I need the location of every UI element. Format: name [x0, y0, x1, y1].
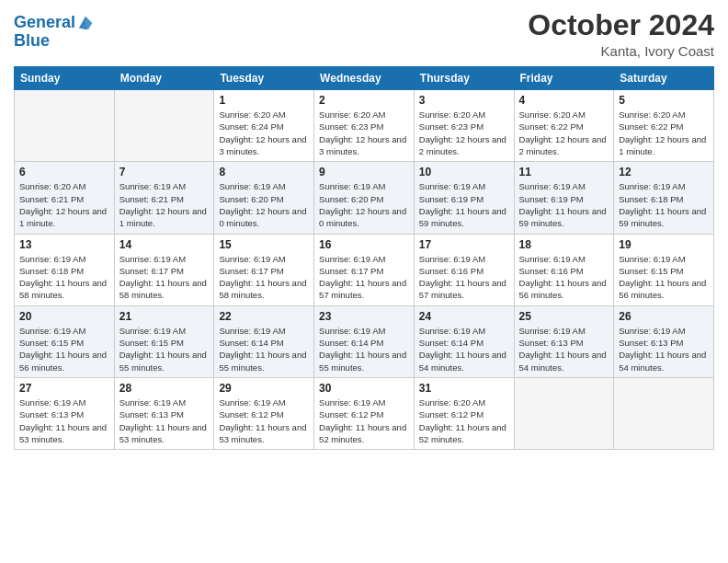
- day-info: Sunrise: 6:19 AM Sunset: 6:13 PM Dayligh…: [119, 396, 210, 445]
- title-block: October 2024 Kanta, Ivory Coast: [528, 9, 714, 59]
- day-info: Sunrise: 6:19 AM Sunset: 6:16 PM Dayligh…: [519, 253, 609, 302]
- calendar-cell: 7Sunrise: 6:19 AM Sunset: 6:21 PM Daylig…: [114, 162, 214, 234]
- day-info: Sunrise: 6:19 AM Sunset: 6:14 PM Dayligh…: [419, 325, 509, 373]
- calendar-header-thursday: Thursday: [414, 67, 514, 90]
- day-number: 24: [419, 310, 509, 323]
- calendar-cell: 19Sunrise: 6:19 AM Sunset: 6:15 PM Dayli…: [614, 234, 714, 305]
- logo: General Blue: [14, 14, 94, 51]
- calendar-cell: 3Sunrise: 6:20 AM Sunset: 6:23 PM Daylig…: [414, 90, 514, 162]
- day-info: Sunrise: 6:19 AM Sunset: 6:20 PM Dayligh…: [219, 180, 309, 229]
- calendar-cell: 13Sunrise: 6:19 AM Sunset: 6:18 PM Dayli…: [15, 234, 115, 305]
- day-info: Sunrise: 6:19 AM Sunset: 6:19 PM Dayligh…: [519, 180, 609, 229]
- day-number: 23: [319, 310, 409, 323]
- day-info: Sunrise: 6:20 AM Sunset: 6:23 PM Dayligh…: [419, 109, 509, 157]
- calendar-cell: 20Sunrise: 6:19 AM Sunset: 6:15 PM Dayli…: [15, 305, 115, 377]
- logo-line2: Blue: [14, 32, 94, 51]
- day-number: 3: [419, 94, 509, 107]
- day-number: 5: [619, 94, 709, 107]
- day-info: Sunrise: 6:19 AM Sunset: 6:12 PM Dayligh…: [319, 396, 409, 445]
- day-number: 13: [19, 238, 109, 251]
- calendar-cell: 18Sunrise: 6:19 AM Sunset: 6:16 PM Dayli…: [514, 234, 614, 305]
- calendar-cell: 25Sunrise: 6:19 AM Sunset: 6:13 PM Dayli…: [514, 305, 614, 377]
- day-info: Sunrise: 6:20 AM Sunset: 6:21 PM Dayligh…: [19, 180, 109, 229]
- day-number: 17: [419, 238, 509, 251]
- calendar-cell: 30Sunrise: 6:19 AM Sunset: 6:12 PM Dayli…: [314, 377, 415, 449]
- calendar-cell: 2Sunrise: 6:20 AM Sunset: 6:23 PM Daylig…: [314, 90, 415, 162]
- day-info: Sunrise: 6:19 AM Sunset: 6:17 PM Dayligh…: [119, 253, 210, 302]
- calendar-cell: 6Sunrise: 6:20 AM Sunset: 6:21 PM Daylig…: [15, 162, 115, 234]
- calendar-week-row: 27Sunrise: 6:19 AM Sunset: 6:13 PM Dayli…: [15, 377, 714, 449]
- day-number: 28: [119, 382, 210, 395]
- page-header: General Blue October 2024 Kanta, Ivory C…: [14, 9, 714, 59]
- location: Kanta, Ivory Coast: [528, 43, 714, 59]
- calendar-header-saturday: Saturday: [614, 67, 714, 90]
- day-number: 22: [219, 310, 309, 323]
- day-number: 31: [419, 382, 509, 395]
- calendar-cell: 31Sunrise: 6:20 AM Sunset: 6:12 PM Dayli…: [414, 377, 514, 449]
- day-info: Sunrise: 6:20 AM Sunset: 6:24 PM Dayligh…: [219, 109, 309, 157]
- calendar-header-row: SundayMondayTuesdayWednesdayThursdayFrid…: [15, 67, 714, 90]
- month-title: October 2024: [528, 9, 714, 41]
- calendar-cell: 17Sunrise: 6:19 AM Sunset: 6:16 PM Dayli…: [414, 234, 514, 305]
- day-number: 11: [519, 166, 609, 178]
- calendar-cell: [15, 90, 115, 162]
- day-info: Sunrise: 6:19 AM Sunset: 6:18 PM Dayligh…: [19, 253, 109, 302]
- calendar-table: SundayMondayTuesdayWednesdayThursdayFrid…: [14, 66, 714, 450]
- calendar-page: General Blue October 2024 Kanta, Ivory C…: [0, 0, 728, 563]
- day-number: 6: [19, 166, 109, 178]
- calendar-cell: 28Sunrise: 6:19 AM Sunset: 6:13 PM Dayli…: [114, 377, 214, 449]
- calendar-cell: 29Sunrise: 6:19 AM Sunset: 6:12 PM Dayli…: [214, 377, 314, 449]
- day-number: 20: [19, 310, 109, 323]
- day-info: Sunrise: 6:19 AM Sunset: 6:13 PM Dayligh…: [619, 325, 709, 373]
- calendar-cell: [514, 377, 614, 449]
- calendar-cell: 8Sunrise: 6:19 AM Sunset: 6:20 PM Daylig…: [214, 162, 314, 234]
- day-number: 29: [219, 382, 309, 395]
- calendar-cell: 15Sunrise: 6:19 AM Sunset: 6:17 PM Dayli…: [214, 234, 314, 305]
- day-info: Sunrise: 6:19 AM Sunset: 6:17 PM Dayligh…: [219, 253, 309, 302]
- calendar-week-row: 1Sunrise: 6:20 AM Sunset: 6:24 PM Daylig…: [15, 90, 714, 162]
- day-info: Sunrise: 6:19 AM Sunset: 6:21 PM Dayligh…: [119, 180, 210, 229]
- day-info: Sunrise: 6:19 AM Sunset: 6:13 PM Dayligh…: [519, 325, 609, 373]
- logo-text: General: [14, 14, 75, 32]
- calendar-cell: 9Sunrise: 6:19 AM Sunset: 6:20 PM Daylig…: [314, 162, 415, 234]
- calendar-cell: 10Sunrise: 6:19 AM Sunset: 6:19 PM Dayli…: [414, 162, 514, 234]
- day-number: 27: [19, 382, 109, 395]
- day-number: 19: [619, 238, 709, 251]
- day-number: 30: [319, 382, 409, 395]
- calendar-week-row: 6Sunrise: 6:20 AM Sunset: 6:21 PM Daylig…: [15, 162, 714, 234]
- day-info: Sunrise: 6:19 AM Sunset: 6:13 PM Dayligh…: [19, 396, 109, 445]
- calendar-cell: 4Sunrise: 6:20 AM Sunset: 6:22 PM Daylig…: [514, 90, 614, 162]
- day-number: 21: [119, 310, 210, 323]
- calendar-cell: [114, 90, 214, 162]
- day-number: 1: [219, 94, 309, 107]
- day-number: 15: [219, 238, 309, 251]
- day-info: Sunrise: 6:19 AM Sunset: 6:15 PM Dayligh…: [619, 253, 709, 302]
- calendar-header-friday: Friday: [514, 67, 614, 90]
- day-number: 7: [119, 166, 210, 178]
- day-info: Sunrise: 6:19 AM Sunset: 6:14 PM Dayligh…: [319, 325, 409, 373]
- calendar-cell: 11Sunrise: 6:19 AM Sunset: 6:19 PM Dayli…: [514, 162, 614, 234]
- calendar-cell: 5Sunrise: 6:20 AM Sunset: 6:22 PM Daylig…: [614, 90, 714, 162]
- calendar-header-wednesday: Wednesday: [314, 67, 415, 90]
- calendar-cell: 12Sunrise: 6:19 AM Sunset: 6:18 PM Dayli…: [614, 162, 714, 234]
- calendar-cell: 23Sunrise: 6:19 AM Sunset: 6:14 PM Dayli…: [314, 305, 415, 377]
- calendar-cell: 27Sunrise: 6:19 AM Sunset: 6:13 PM Dayli…: [15, 377, 115, 449]
- calendar-week-row: 13Sunrise: 6:19 AM Sunset: 6:18 PM Dayli…: [15, 234, 714, 305]
- calendar-cell: 24Sunrise: 6:19 AM Sunset: 6:14 PM Dayli…: [414, 305, 514, 377]
- calendar-header-monday: Monday: [114, 67, 214, 90]
- day-number: 25: [519, 310, 609, 323]
- calendar-header-sunday: Sunday: [15, 67, 115, 90]
- day-number: 10: [419, 166, 509, 178]
- calendar-cell: 21Sunrise: 6:19 AM Sunset: 6:15 PM Dayli…: [114, 305, 214, 377]
- calendar-week-row: 20Sunrise: 6:19 AM Sunset: 6:15 PM Dayli…: [15, 305, 714, 377]
- day-number: 26: [619, 310, 709, 323]
- day-number: 16: [319, 238, 409, 251]
- day-info: Sunrise: 6:19 AM Sunset: 6:15 PM Dayligh…: [119, 325, 210, 373]
- day-info: Sunrise: 6:19 AM Sunset: 6:20 PM Dayligh…: [319, 180, 409, 229]
- day-number: 4: [519, 94, 609, 107]
- calendar-header-tuesday: Tuesday: [214, 67, 314, 90]
- day-number: 9: [319, 166, 409, 178]
- day-info: Sunrise: 6:20 AM Sunset: 6:12 PM Dayligh…: [419, 396, 509, 445]
- day-info: Sunrise: 6:20 AM Sunset: 6:22 PM Dayligh…: [619, 109, 709, 157]
- day-info: Sunrise: 6:20 AM Sunset: 6:23 PM Dayligh…: [319, 109, 409, 157]
